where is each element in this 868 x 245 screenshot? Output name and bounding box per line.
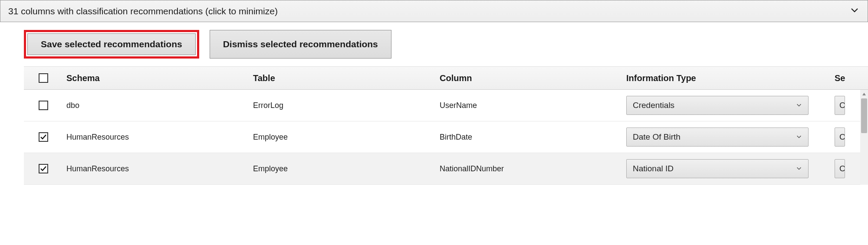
row-checkbox[interactable] <box>39 101 48 110</box>
header-schema[interactable]: Schema <box>63 67 250 89</box>
header-table[interactable]: Table <box>250 67 436 89</box>
header-info-type[interactable]: Information Type <box>623 67 831 89</box>
info-type-select[interactable]: Date Of Birth <box>626 127 809 147</box>
row-table: Employee <box>250 158 436 180</box>
recommendations-table: Schema Table Column Information Type Se … <box>24 66 868 185</box>
header-column[interactable]: Column <box>436 67 623 89</box>
table-row: dbo ErrorLog UserName Credentials C <box>24 90 868 121</box>
row-schema: HumanResources <box>63 127 250 148</box>
save-highlight: Save selected recommendations <box>24 30 199 59</box>
info-type-value: Date Of Birth <box>633 132 681 142</box>
save-button[interactable]: Save selected recommendations <box>27 33 196 55</box>
header-sensitivity-partial[interactable]: Se <box>831 67 868 89</box>
dismiss-button[interactable]: Dismiss selected recommendations <box>210 30 391 59</box>
recommendations-header[interactable]: 31 columns with classification recommend… <box>0 0 868 22</box>
scroll-thumb[interactable] <box>861 98 867 133</box>
info-type-select[interactable]: Credentials <box>626 96 809 115</box>
select-all-checkbox[interactable] <box>39 73 48 83</box>
scroll-up-arrow-icon[interactable] <box>860 90 868 98</box>
row-schema: dbo <box>63 95 250 116</box>
chevron-down-icon <box>849 5 860 17</box>
row-column: UserName <box>436 95 623 116</box>
info-type-value: National ID <box>633 164 674 173</box>
chevron-down-icon <box>796 101 802 110</box>
table-row: HumanResources Employee NationalIDNumber… <box>24 153 868 185</box>
table-header-row: Schema Table Column Information Type Se <box>24 66 868 90</box>
recommendations-title: 31 columns with classification recommend… <box>8 6 278 16</box>
row-column: NationalIDNumber <box>436 158 623 180</box>
info-type-value: Credentials <box>633 101 674 110</box>
row-checkbox[interactable] <box>39 132 48 142</box>
row-table: ErrorLog <box>250 95 436 116</box>
sensitivity-select-partial[interactable]: C <box>835 127 845 147</box>
row-checkbox[interactable] <box>39 164 48 173</box>
row-schema: HumanResources <box>63 158 250 180</box>
sensitivity-select-partial[interactable]: C <box>835 96 845 115</box>
action-toolbar: Save selected recommendations Dismiss se… <box>0 22 868 66</box>
chevron-down-icon <box>796 132 802 142</box>
info-type-select[interactable]: National ID <box>626 159 809 178</box>
table-row: HumanResources Employee BirthDate Date O… <box>24 121 868 153</box>
row-table: Employee <box>250 127 436 148</box>
vertical-scrollbar[interactable] <box>860 90 868 185</box>
row-column: BirthDate <box>436 127 623 148</box>
chevron-down-icon <box>796 164 802 173</box>
sensitivity-select-partial[interactable]: C <box>835 159 845 178</box>
svg-marker-0 <box>862 93 866 95</box>
